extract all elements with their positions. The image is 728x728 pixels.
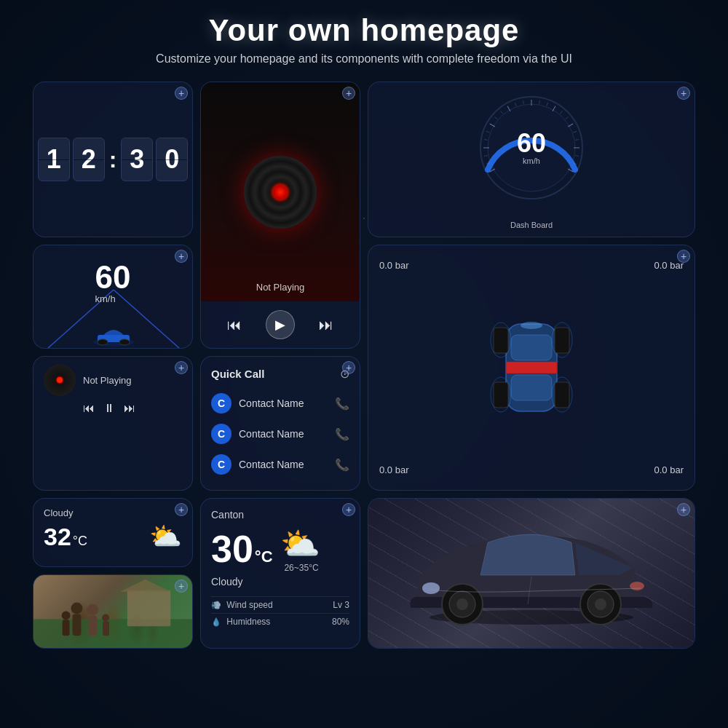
svg-point-55: [102, 614, 109, 622]
vinyl-small-center: [57, 377, 63, 383]
svg-line-23: [573, 132, 577, 133]
music-small-pause-button[interactable]: ⏸: [103, 402, 115, 415]
music-small-row: Not Playing: [44, 364, 182, 396]
svg-rect-50: [73, 614, 82, 636]
gauge-wrapper: 60 km/h Dash Board: [473, 90, 590, 229]
svg-line-16: [501, 111, 503, 114]
svg-rect-54: [63, 620, 70, 636]
tpms-top-left: 0.0 bar: [379, 260, 408, 271]
music-small-controls: ⏮ ⏸ ⏭: [44, 402, 182, 415]
svg-rect-39: [555, 382, 569, 408]
svg-line-12: [484, 156, 488, 157]
tpms-bottom-left: 0.0 bar: [379, 464, 408, 475]
photo-widget: +: [33, 574, 193, 649]
speedo-add-button[interactable]: +: [677, 87, 690, 100]
svg-line-18: [523, 100, 524, 104]
vinyl-center-dot: [274, 186, 287, 199]
music-large-widget: + Not Playing ⏮ ▶ ⏭: [200, 82, 360, 349]
contact-item-1[interactable]: C Contact Name 📞: [211, 388, 349, 419]
car-photo-widget: +: [368, 498, 695, 649]
weather-range: 26~35°C: [284, 563, 318, 573]
music-small-widget: + Not Playing ⏮ ⏸ ⏭: [33, 356, 193, 491]
call-icon-2[interactable]: 📞: [335, 427, 349, 441]
tpms-top-right: 0.0 bar: [654, 260, 684, 271]
weather-humidity-value: 80%: [332, 617, 349, 627]
weather-wind-label: 💨 Wind speed: [211, 600, 273, 610]
clock-digit-4: 0: [156, 138, 188, 181]
weather-city: Canton: [211, 509, 349, 521]
svg-point-64: [422, 582, 440, 594]
music-small-info: Not Playing: [83, 375, 182, 386]
page-subtitle: Customize your homepage and its componen…: [15, 51, 713, 67]
contact-name-3: Contact Name: [239, 459, 304, 470]
weather-large-widget: + Canton 30 °C ⛅ 26~35°C Cloudy 💨 Wind s…: [200, 498, 360, 649]
svg-rect-56: [103, 622, 109, 636]
weather-large-icon: ⛅: [280, 525, 320, 563]
humidity-icon: 💧: [211, 617, 221, 626]
music-small-next-button[interactable]: ⏭: [124, 402, 135, 415]
weather-wind-value: Lv 3: [333, 600, 349, 610]
svg-line-19: [539, 100, 540, 104]
svg-marker-48: [120, 579, 170, 592]
svg-point-65: [630, 582, 644, 590]
vinyl-record: [244, 156, 317, 229]
weather-large-add-button[interactable]: +: [342, 503, 355, 516]
tpms-add-button[interactable]: +: [677, 250, 690, 263]
flip-clock-display: 1 2 : 3 0: [38, 138, 189, 181]
car-speed-unit: km/h: [95, 293, 131, 304]
call-icon-1[interactable]: 📞: [335, 397, 349, 411]
tpms-widget: + 0.0 bar 0.0 bar: [368, 245, 695, 491]
page-title: Your own homepage: [15, 13, 713, 48]
svg-line-17: [515, 103, 516, 106]
svg-rect-52: [88, 616, 97, 636]
svg-point-60: [456, 598, 468, 610]
svg-line-22: [566, 117, 569, 119]
weather-small-temp: 32: [44, 523, 71, 551]
gauge-value: 60 km/h: [517, 130, 546, 165]
tpms-bottom-right: 0.0 bar: [654, 464, 684, 475]
weather-wind-row: 💨 Wind speed Lv 3: [211, 596, 349, 613]
vinyl-small: [44, 364, 76, 396]
clock-add-button[interactable]: +: [175, 87, 188, 100]
svg-rect-36: [494, 328, 508, 353]
wind-icon: 💨: [211, 601, 221, 609]
svg-line-24: [575, 140, 579, 141]
call-icon-3[interactable]: 📞: [335, 458, 349, 472]
car-speed-value: 60: [95, 261, 131, 293]
svg-rect-40: [506, 362, 557, 373]
gauge-container: 60 km/h: [473, 90, 590, 206]
weather-small-row: 32 °C ⛅: [44, 521, 182, 552]
svg-line-20: [547, 103, 548, 106]
weather-large-right: ⛅ 26~35°C: [280, 525, 320, 573]
play-button[interactable]: ▶: [266, 310, 295, 339]
photo-placeholder: [33, 575, 192, 648]
car-speed-add-button[interactable]: +: [175, 250, 188, 263]
next-track-button[interactable]: ⏭: [319, 317, 333, 333]
widget-grid: + 1 2 : 3 0 + Not Playing ⏮ ▶ ⏭ +: [0, 74, 728, 656]
svg-rect-38: [494, 382, 508, 408]
svg-line-25: [575, 156, 579, 157]
weather-large-top: 30 °C ⛅ 26~35°C: [211, 525, 349, 573]
svg-point-63: [595, 598, 606, 610]
gauge-number: 60: [517, 130, 546, 157]
contact-left-3: C Contact Name: [211, 454, 304, 475]
prev-track-button[interactable]: ⏮: [227, 317, 242, 333]
svg-point-49: [71, 603, 83, 614]
quick-call-add-button[interactable]: +: [342, 361, 355, 374]
contact-avatar-2: C: [211, 424, 232, 444]
svg-line-13: [484, 140, 488, 141]
clock-digit-1: 1: [38, 138, 70, 181]
contact-item-2[interactable]: C Contact Name 📞: [211, 419, 349, 449]
quick-call-title: Quick Call: [211, 368, 264, 380]
svg-rect-47: [127, 590, 170, 627]
weather-small-add-button[interactable]: +: [175, 503, 188, 516]
music-small-add-button[interactable]: +: [175, 361, 188, 374]
weather-large-condition: Cloudy: [211, 576, 349, 587]
tpms-display: 0.0 bar 0.0 bar: [376, 253, 687, 483]
clock-widget: + 1 2 : 3 0: [33, 82, 193, 237]
contact-left-1: C Contact Name: [211, 393, 304, 414]
vinyl-display: Not Playing: [201, 82, 360, 301]
contact-left-2: C Contact Name: [211, 424, 304, 444]
music-small-prev-button[interactable]: ⏮: [83, 402, 95, 415]
contact-item-3[interactable]: C Contact Name 📞: [211, 449, 349, 480]
